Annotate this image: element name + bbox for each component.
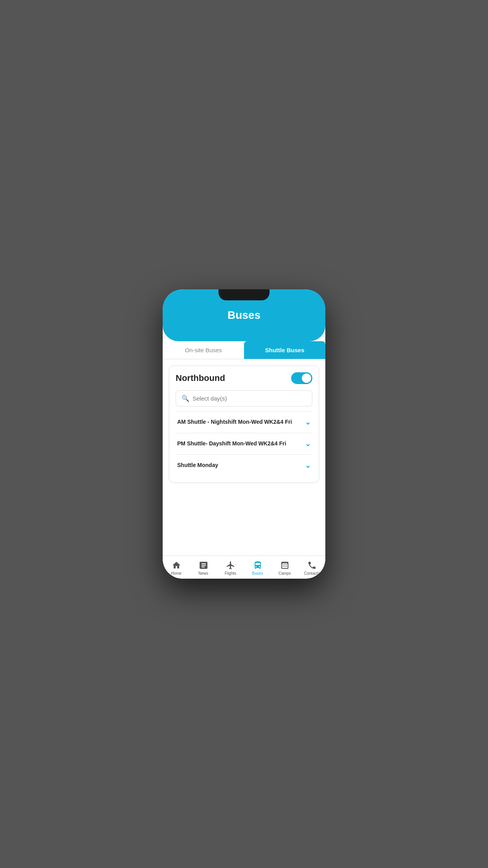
phone-screen: Buses On-site Buses Shuttle Buses Northb… — [163, 289, 325, 579]
tab-shuttle-buses[interactable]: Shuttle Buses — [244, 341, 325, 359]
shuttle-list: AM Shuttle - Nightshift Mon-Wed WK2&4 Fr… — [176, 411, 312, 476]
day-search-box[interactable]: 🔍 — [176, 390, 312, 406]
nav-item-flights[interactable]: Flights — [217, 559, 244, 577]
nav-item-camps[interactable]: Camps — [271, 559, 298, 577]
camps-icon — [280, 561, 290, 570]
chevron-down-icon: ⌄ — [305, 440, 311, 448]
nav-label-news: News — [198, 571, 208, 576]
nav-item-home[interactable]: Home — [163, 559, 190, 577]
buses-icon — [253, 561, 262, 570]
page-title: Buses — [171, 309, 317, 322]
nav-item-contacts[interactable]: Contacts — [298, 559, 325, 577]
list-item-text: Shuttle Monday — [177, 462, 305, 469]
search-icon: 🔍 — [182, 395, 189, 402]
nav-item-buses[interactable]: Buses — [244, 559, 271, 577]
chevron-down-icon: ⌄ — [305, 418, 311, 427]
list-item[interactable]: Shuttle Monday ⌄ — [176, 454, 312, 476]
flights-icon — [226, 561, 235, 570]
list-item-text: AM Shuttle - Nightshift Mon-Wed WK2&4 Fr… — [177, 418, 305, 426]
section-header: Northbound — [176, 372, 312, 384]
list-item-text: PM Shuttle- Dayshift Mon-Wed WK2&4 Fri — [177, 440, 305, 448]
northbound-toggle[interactable] — [291, 372, 312, 384]
nav-label-camps: Camps — [279, 571, 291, 576]
home-icon — [172, 561, 181, 570]
content-area: On-site Buses Shuttle Buses Northbound 🔍 — [163, 333, 325, 555]
news-icon — [199, 561, 208, 570]
section-title: Northbound — [176, 373, 225, 383]
nav-item-news[interactable]: News — [190, 559, 217, 577]
tab-onsite-buses[interactable]: On-site Buses — [163, 341, 244, 359]
chevron-down-icon: ⌄ — [305, 461, 311, 470]
contacts-icon — [307, 561, 317, 570]
tab-bar: On-site Buses Shuttle Buses — [163, 341, 325, 359]
notch — [218, 289, 270, 300]
nav-label-home: Home — [171, 571, 182, 576]
nav-label-contacts: Contacts — [304, 571, 319, 576]
list-item[interactable]: AM Shuttle - Nightshift Mon-Wed WK2&4 Fr… — [176, 411, 312, 433]
northbound-section: Northbound 🔍 AM Shuttle - Nightshift Mon… — [169, 366, 319, 483]
search-input[interactable] — [193, 395, 306, 402]
nav-label-flights: Flights — [225, 571, 236, 576]
toggle-knob — [302, 373, 311, 383]
list-item[interactable]: PM Shuttle- Dayshift Mon-Wed WK2&4 Fri ⌄ — [176, 433, 312, 454]
nav-label-buses: Buses — [252, 571, 263, 576]
bottom-nav: Home News Flights Buses — [163, 555, 325, 579]
phone-frame: Buses On-site Buses Shuttle Buses Northb… — [163, 289, 325, 579]
